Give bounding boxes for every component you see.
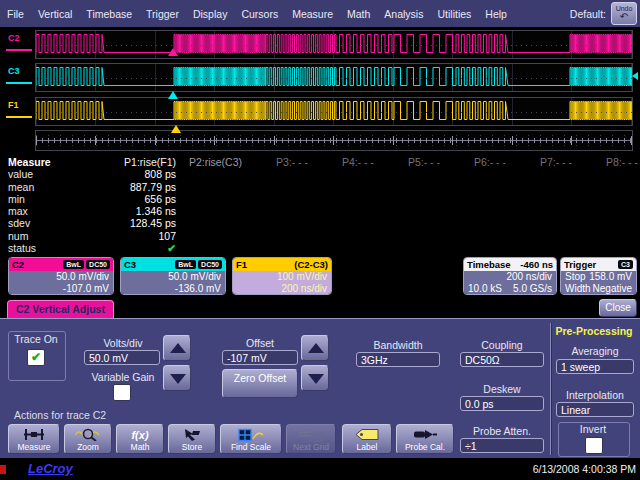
menu-file[interactable]: File: [0, 8, 31, 20]
measure-table: Measure P1:rise(F1) P2:rise(C3) P3:- - -…: [8, 156, 638, 254]
trigger-mode: Stop: [565, 271, 586, 283]
menu-utilities[interactable]: Utilities: [430, 8, 478, 20]
measure-row-num: num 107: [8, 230, 638, 242]
undo-button[interactable]: Undo ↶: [611, 2, 637, 25]
measure-row-sdev: sdev 128.45 ps: [8, 217, 638, 229]
timebase-samples: 10.0 kS: [468, 283, 502, 295]
measure-row-min: min 656 ps: [8, 193, 638, 205]
menu-timebase[interactable]: Timebase: [79, 8, 139, 20]
trace-label-c2[interactable]: C2: [8, 33, 34, 43]
measure-row-max: max 1.346 ns: [8, 205, 638, 217]
descriptor-timebase[interactable]: Timebase -460 ns 200 ns/div 10.0 kS 5.0 …: [463, 257, 557, 295]
measure-col-p8[interactable]: P8:- - -: [572, 156, 638, 168]
grid-c2[interactable]: [35, 30, 633, 59]
measure-col-p5[interactable]: P5:- - -: [374, 156, 440, 168]
menu-cursors[interactable]: Cursors: [234, 8, 285, 20]
trigger-marker-f1[interactable]: [171, 125, 181, 133]
trace-label-c3[interactable]: C3: [8, 66, 34, 76]
probe-cal-button[interactable]: Probe Cal.: [396, 424, 454, 454]
offset-down-button[interactable]: [301, 365, 329, 391]
descriptor-c2[interactable]: C2 BwL DC50 50.0 mV/div -107.0 mV: [8, 257, 114, 295]
menu-measure[interactable]: Measure: [285, 8, 340, 20]
timeline-grid: [35, 130, 633, 151]
variable-gain-label: Variable Gain: [78, 371, 168, 383]
find-scale-button[interactable]: Find Scale: [220, 424, 282, 454]
measure-col-p1[interactable]: P1:rise(F1): [110, 156, 176, 168]
trace-on-checkbox[interactable]: ✔: [27, 349, 45, 366]
grid-f1[interactable]: [35, 97, 633, 126]
descriptor-trigger[interactable]: Trigger C3 Stop 158.0 mV Width Negative: [560, 257, 637, 295]
offset-label: Offset: [222, 337, 298, 349]
datetime: 6/13/2008 4:00:38 PM: [533, 463, 636, 475]
p1-sdev: 128.45 ps: [110, 217, 176, 229]
bandwidth-field[interactable]: 3GHz: [356, 352, 440, 367]
f1-source: (C2-C3): [294, 259, 328, 270]
trigger-source-badge: C3: [618, 260, 633, 269]
descriptor-c3[interactable]: C3 BwL DC50 50.0 mV/div -136.0 mV: [120, 257, 226, 295]
dc50-badge: DC50: [86, 260, 110, 269]
undo-icon: ↶: [612, 13, 636, 21]
measure-col-p6[interactable]: P6:- - -: [440, 156, 506, 168]
volts-div-up-button[interactable]: [163, 335, 191, 361]
measure-col-p3[interactable]: P3:- - -: [242, 156, 308, 168]
c2-waveform: [36, 31, 632, 58]
interpolation-field[interactable]: Linear: [556, 402, 634, 417]
vertical-adjust-dialog: C2 Vertical Adjust Close Trace On ✔ Volt…: [0, 298, 640, 458]
measure-icon: [22, 427, 46, 442]
deskew-label: Deskew: [460, 383, 544, 395]
menu-vertical[interactable]: Vertical: [31, 8, 79, 20]
next-grid-icon: [298, 427, 324, 442]
p1-num: 107: [110, 230, 176, 242]
grid-c3[interactable]: [35, 63, 633, 92]
invert-label: Invert: [558, 423, 628, 435]
store-icon: [181, 427, 203, 442]
measure-col-p2[interactable]: P2:rise(C3): [176, 156, 242, 168]
averaging-field[interactable]: 1 sweep: [556, 359, 634, 374]
menu-display[interactable]: Display: [186, 8, 234, 20]
variable-gain-checkbox[interactable]: [113, 384, 131, 401]
trigger-level-marker[interactable]: [632, 72, 638, 80]
trigger-marker-c3[interactable]: [168, 91, 178, 99]
deskew-field[interactable]: 0.0 ps: [460, 396, 544, 411]
probe-atten-label: Probe Atten.: [460, 425, 544, 437]
volts-div-field[interactable]: 50.0 mV: [84, 350, 160, 365]
invert-checkbox[interactable]: [585, 437, 603, 454]
offset-up-button[interactable]: [301, 335, 329, 361]
timebase-rate: 5.0 GS/s: [513, 283, 552, 295]
trigger-marker-c2[interactable]: [168, 48, 178, 56]
trigger-slope: Negative: [593, 283, 632, 295]
zoom-button[interactable]: Zoom: [64, 424, 112, 454]
trigger-type: Width: [565, 283, 591, 295]
zero-offset-button[interactable]: Zero Offset: [222, 369, 298, 398]
math-button[interactable]: f(x) Math: [116, 424, 164, 454]
label-tag-icon: [354, 427, 380, 442]
averaging-label: Averaging: [556, 345, 634, 357]
measure-row-mean: mean 887.79 ps: [8, 181, 638, 193]
probe-atten-field[interactable]: ÷1: [460, 438, 544, 453]
trace-level-f1: [6, 116, 32, 118]
lecroy-logo: LeCroy: [28, 461, 73, 476]
menu-analysis[interactable]: Analysis: [377, 8, 430, 20]
dc50-badge: DC50: [198, 260, 222, 269]
next-grid-button[interactable]: Next Grid: [286, 424, 336, 454]
measure-col-p7[interactable]: P7:- - -: [506, 156, 572, 168]
status-bar: LeCroy 6/13/2008 4:00:38 PM: [0, 458, 640, 480]
p1-max: 1.346 ns: [110, 205, 176, 217]
menu-trigger[interactable]: Trigger: [139, 8, 186, 20]
offset-field[interactable]: -107 mV: [222, 350, 298, 365]
measure-button[interactable]: Measure: [8, 424, 60, 454]
menu-math[interactable]: Math: [340, 8, 377, 20]
trigger-level: 158.0 mV: [589, 271, 632, 283]
measure-col-p4[interactable]: P4:- - -: [308, 156, 374, 168]
bwl-badge: BwL: [175, 260, 196, 269]
tab-c2-vertical-adjust[interactable]: C2 Vertical Adjust: [7, 300, 114, 319]
close-button[interactable]: Close: [599, 299, 637, 317]
menu-help[interactable]: Help: [478, 8, 514, 20]
trace-label-f1[interactable]: F1: [8, 100, 34, 110]
descriptor-f1[interactable]: F1 (C2-C3) 100 mV/div 200 ns/div: [232, 257, 332, 295]
store-button[interactable]: Store: [168, 424, 216, 454]
p1-value: 808 ps: [110, 168, 176, 180]
coupling-field[interactable]: DC50Ω: [460, 352, 544, 367]
menu-bar: File Vertical Timebase Trigger Display C…: [0, 0, 640, 27]
label-button[interactable]: Label: [342, 424, 392, 454]
